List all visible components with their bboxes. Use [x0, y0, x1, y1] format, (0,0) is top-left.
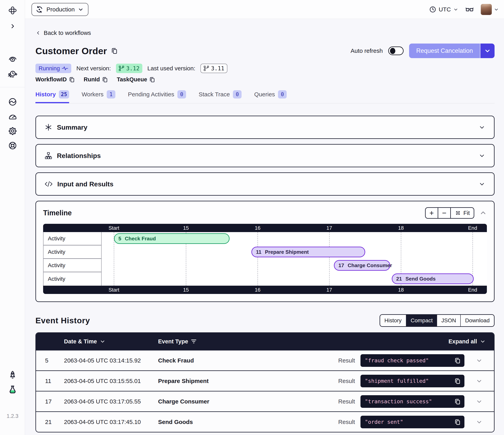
summary-section[interactable]: Summary — [36, 116, 495, 139]
chevron-down-icon[interactable] — [479, 152, 485, 159]
chevron-down-icon[interactable] — [479, 124, 485, 131]
event-table-header: Date & Time Event Type Expand all — [36, 333, 494, 350]
tab-pending-activities[interactable]: Pending Activities 0 — [128, 90, 186, 103]
view-mode-download[interactable]: Download — [461, 315, 494, 326]
bar-event-id: 5 — [118, 236, 121, 242]
bar-event-id: 21 — [396, 276, 402, 282]
copy-icon[interactable] — [69, 76, 75, 83]
timeline-gridline — [329, 232, 330, 286]
bar-label: Prepare Shipment — [265, 249, 309, 255]
run-id-copy[interactable]: RunId — [84, 76, 108, 83]
cancelation-options-dropdown[interactable] — [480, 44, 495, 58]
row-expand-chevron-icon[interactable] — [476, 378, 483, 384]
timezone-label: UTC — [439, 6, 451, 13]
sidebar-divider — [0, 87, 25, 87]
copy-result-icon[interactable] — [454, 357, 461, 364]
event-row[interactable]: 5 2063-04-05 UTC 03:14:15.92 Check Fraud… — [36, 350, 494, 370]
column-event-type[interactable]: Event Type — [158, 338, 360, 345]
namespace-selector[interactable]: Production — [32, 3, 88, 16]
workflow-id-label: WorkflowID — [36, 76, 67, 83]
avatar[interactable] — [481, 4, 492, 15]
column-date-time[interactable]: Date & Time — [64, 338, 158, 345]
row-expand-chevron-icon[interactable] — [476, 357, 483, 364]
zoom-out-button[interactable]: − — [438, 208, 451, 218]
auto-refresh-toggle[interactable] — [388, 46, 404, 55]
request-cancelation-button[interactable]: Request Cancelation — [409, 44, 495, 58]
tab-stack-trace[interactable]: Stack Trace 0 — [199, 90, 242, 103]
expand-all-button[interactable]: Expand all — [449, 338, 494, 345]
getting-started-rocket-icon[interactable] — [0, 370, 25, 379]
event-datetime: 2063-04-05 UTC 03:14:15.92 — [64, 357, 158, 364]
copy-result-icon[interactable] — [454, 378, 461, 384]
timeline-row: 11 Prepare Shipment — [102, 245, 487, 259]
back-link-label: Back to workflows — [44, 29, 91, 36]
task-queue-copy[interactable]: TaskQueue — [117, 76, 155, 83]
topbar: Production UTC — [25, 0, 504, 19]
sidebar-item-workflows-icon[interactable] — [0, 55, 25, 64]
sidebar-item-settings-icon[interactable] — [0, 127, 25, 135]
copy-icon[interactable] — [102, 76, 108, 83]
timeline-axis-bottom: Start15161718End — [43, 286, 487, 294]
copy-icon[interactable] — [149, 76, 155, 83]
labs-flask-icon[interactable] — [0, 385, 25, 394]
sitemap-icon — [45, 152, 52, 159]
row-expand-chevron-icon[interactable] — [476, 398, 483, 405]
sidebar-item-archival-icon[interactable] — [0, 70, 25, 78]
event-row[interactable]: 11 2063-04-05 UTC 03:15:55.01 Prepare Sh… — [36, 370, 494, 391]
event-row[interactable]: 17 2063-04-05 UTC 03:17:05.55 Charge Con… — [36, 391, 494, 411]
timeline-bar-prepare-shipment[interactable]: 11 Prepare Shipment — [252, 247, 365, 257]
fit-icon — [455, 210, 461, 216]
timeline-tick-label: 18 — [398, 225, 404, 231]
bar-label: Send Goods — [405, 276, 436, 282]
tab-label: Pending Activities — [128, 91, 174, 98]
event-datetime: 2063-04-05 UTC 03:15:55.01 — [64, 378, 158, 384]
page-title: Customer Order — [36, 46, 107, 56]
tab-history[interactable]: History 25 — [36, 90, 69, 103]
zoom-fit-button[interactable]: Fit — [451, 208, 474, 218]
tab-queries[interactable]: Queries 0 — [254, 90, 287, 103]
app-logo-icon[interactable] — [0, 6, 25, 15]
zoom-in-button[interactable]: + — [426, 208, 438, 218]
user-menu[interactable] — [481, 4, 499, 15]
timeline-tick-label: 15 — [183, 287, 189, 293]
asterisk-icon — [45, 123, 52, 131]
timeline-tick-label: 16 — [255, 287, 261, 293]
view-mode-json[interactable]: JSON — [437, 315, 461, 326]
copy-result-icon[interactable] — [454, 398, 461, 405]
timeline-bar-charge-consumer[interactable]: 17 Charge Consumer — [334, 260, 390, 271]
collapse-chevron-up-icon[interactable] — [479, 209, 487, 217]
input-results-section[interactable]: Input and Results — [36, 172, 495, 196]
row-expand-chevron-icon[interactable] — [476, 419, 483, 425]
timeline-tick-label: End — [468, 287, 477, 293]
relationships-section[interactable]: Relationships — [36, 144, 495, 167]
summary-title: Summary — [57, 123, 87, 131]
tab-count-badge: 1 — [107, 90, 115, 99]
request-cancelation-label[interactable]: Request Cancelation — [409, 44, 480, 58]
timeline-row: 21 Send Goods — [102, 272, 487, 286]
view-mode-history[interactable]: History — [380, 315, 406, 326]
sidebar-expand-icon[interactable] — [0, 23, 25, 29]
feedback-glasses-icon[interactable] — [465, 6, 474, 13]
timeline-section: Timeline + − Fit Start15161718End — [36, 201, 495, 302]
sidebar-item-support-icon[interactable] — [0, 141, 25, 150]
timeline-bar-send-goods[interactable]: 21 Send Goods — [392, 273, 474, 284]
copy-title-icon[interactable] — [111, 47, 118, 54]
timeline-tick-label: 15 — [183, 225, 189, 231]
copy-result-icon[interactable] — [454, 419, 461, 425]
timezone-selector[interactable]: UTC — [429, 6, 458, 13]
sidebar-item-namespaces-icon[interactable] — [0, 98, 25, 106]
result-pill: "fraud check passed" — [360, 354, 464, 367]
sidebar-item-usage-icon[interactable] — [0, 112, 25, 121]
view-mode-compact[interactable]: Compact — [406, 315, 437, 326]
event-type: Charge Consumer — [158, 398, 338, 405]
timeline-bar-check-fraud[interactable]: 5 Check Fraud — [114, 233, 230, 244]
tab-workers[interactable]: Workers 1 — [82, 90, 115, 103]
event-row[interactable]: 21 2063-04-05 UTC 03:17:45.10 Send Goods… — [36, 411, 494, 432]
result-label: Result — [338, 419, 360, 425]
chevron-down-icon[interactable] — [479, 181, 485, 187]
sidebar: 1.2.3 — [0, 0, 25, 435]
workflow-id-copy[interactable]: WorkflowID — [36, 76, 75, 83]
timeline-gridline — [258, 232, 258, 286]
back-to-workflows-link[interactable]: Back to workflows — [36, 29, 91, 36]
chevron-left-icon — [36, 30, 41, 36]
